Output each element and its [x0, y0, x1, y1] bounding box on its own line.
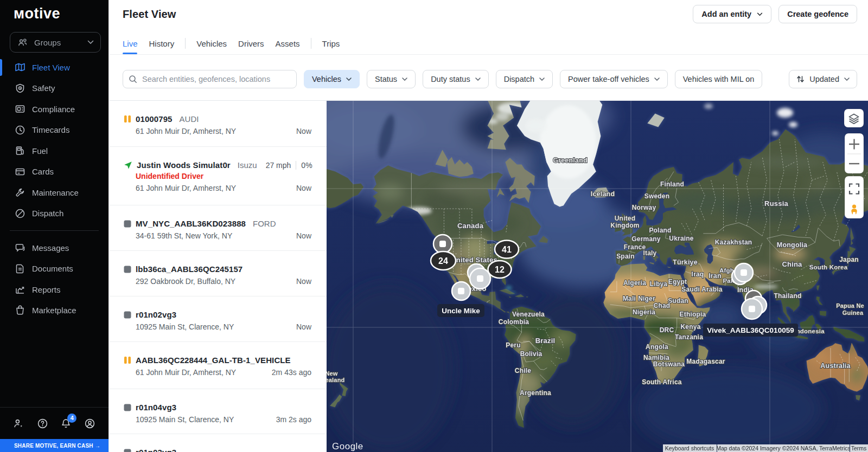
- svg-text:24: 24: [438, 256, 448, 266]
- svg-text:South Africa: South Africa: [642, 378, 681, 386]
- svg-text:Keyboard shortcuts: Keyboard shortcuts: [665, 445, 714, 451]
- svg-text:Mongolia: Mongolia: [777, 241, 808, 249]
- svg-text:Canada: Canada: [457, 222, 484, 230]
- svg-text:Tanzania: Tanzania: [675, 333, 703, 341]
- svg-text:Saudi Arabia: Saudi Arabia: [681, 286, 722, 293]
- svg-text:Kenya: Kenya: [680, 323, 700, 331]
- svg-text:Uncle Mike: Uncle Mike: [442, 307, 480, 315]
- svg-text:Map data ©2024 Imagery ©2024 N: Map data ©2024 Imagery ©2024 NASA, Terra…: [716, 445, 851, 451]
- svg-text:New: New: [327, 370, 338, 377]
- svg-text:Chile: Chile: [515, 367, 531, 374]
- svg-text:Iceland: Iceland: [591, 190, 615, 198]
- svg-text:Libya: Libya: [650, 280, 667, 288]
- svg-text:Thailand: Thailand: [774, 292, 802, 300]
- svg-text:Japan: Japan: [839, 256, 859, 263]
- svg-text:41: 41: [502, 245, 512, 254]
- svg-text:Botswana: Botswana: [653, 360, 685, 368]
- svg-text:Brazil: Brazil: [535, 337, 556, 345]
- svg-text:Venezuela: Venezuela: [512, 311, 545, 318]
- svg-text:Sweden: Sweden: [644, 192, 670, 200]
- svg-text:Sudan: Sudan: [668, 297, 688, 305]
- svg-text:Spain: Spain: [616, 253, 635, 260]
- svg-text:Iraq: Iraq: [692, 270, 704, 278]
- svg-text:Angola: Angola: [646, 343, 668, 351]
- svg-text:Madagascar: Madagascar: [686, 358, 725, 365]
- svg-text:Guinea: Guinea: [843, 309, 864, 316]
- svg-text:Zealand: Zealand: [327, 377, 344, 383]
- svg-text:Chad: Chad: [654, 302, 671, 309]
- svg-text:Vivek_AABL36QC010059: Vivek_AABL36QC010059: [707, 326, 794, 334]
- svg-text:Google: Google: [332, 441, 363, 451]
- svg-text:United States: United States: [451, 256, 497, 264]
- svg-text:United: United: [615, 215, 636, 222]
- svg-text:Niger: Niger: [638, 295, 655, 302]
- svg-text:Peru: Peru: [506, 341, 520, 349]
- svg-text:Australia: Australia: [820, 362, 851, 370]
- svg-text:12: 12: [495, 265, 505, 274]
- svg-text:Russia: Russia: [764, 199, 788, 208]
- svg-text:Algeria: Algeria: [623, 279, 646, 287]
- svg-text:Norway: Norway: [632, 204, 656, 211]
- svg-text:Colombia: Colombia: [499, 318, 529, 326]
- svg-text:Ukraine: Ukraine: [669, 235, 694, 242]
- svg-text:Ethiopia: Ethiopia: [680, 311, 706, 318]
- svg-text:Mali: Mali: [623, 295, 636, 302]
- svg-text:Greenland: Greenland: [553, 157, 588, 164]
- svg-text:Kingdom: Kingdom: [610, 222, 639, 229]
- svg-text:Bolivia: Bolivia: [520, 350, 542, 358]
- svg-text:Türkiye: Türkiye: [673, 259, 698, 266]
- svg-text:Egypt: Egypt: [668, 278, 687, 286]
- svg-text:Papua Ne: Papua Ne: [836, 302, 864, 309]
- svg-text:Terms: Terms: [851, 445, 867, 451]
- svg-text:Poland: Poland: [649, 227, 671, 234]
- svg-text:Italy: Italy: [643, 249, 656, 257]
- svg-text:China: China: [782, 260, 802, 268]
- svg-text:Indonesia: Indonesia: [794, 328, 825, 334]
- svg-text:DRC: DRC: [660, 326, 674, 334]
- svg-text:Kazakhstan: Kazakhstan: [715, 238, 752, 246]
- svg-text:Germany: Germany: [631, 235, 661, 243]
- svg-text:Argentina: Argentina: [520, 389, 551, 397]
- svg-text:Finland: Finland: [660, 180, 684, 188]
- svg-text:France: France: [624, 243, 646, 251]
- svg-text:Nigeria: Nigeria: [633, 308, 655, 316]
- svg-text:South Korea: South Korea: [809, 264, 848, 270]
